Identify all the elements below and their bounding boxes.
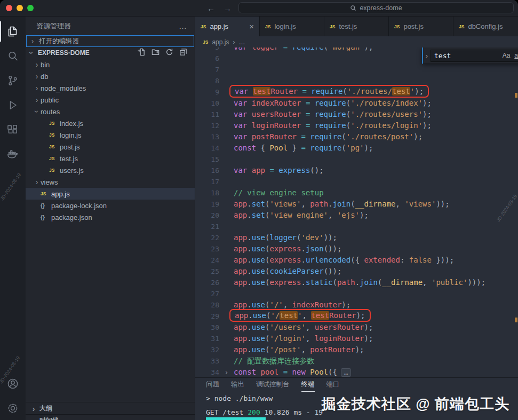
- timeline-section-header[interactable]: › 时间线: [26, 414, 195, 420]
- code-token: …: [341, 368, 351, 377]
- code-token: =: [301, 132, 305, 141]
- close-tab-icon[interactable]: ×: [249, 22, 254, 31]
- source-control-icon[interactable]: [0, 68, 26, 93]
- collapse-folders-icon[interactable]: [179, 48, 187, 58]
- tree-item-public[interactable]: ›public: [26, 94, 195, 106]
- line-content: app.use(express.json());: [234, 243, 341, 255]
- toggle-replace-chevron-icon[interactable]: ›: [423, 47, 431, 64]
- tree-item-users.js[interactable]: JSusers.js: [26, 164, 195, 176]
- line-content: // 配置数据库连接参数: [234, 355, 314, 367]
- tree-item-bin[interactable]: ›bin: [26, 59, 195, 70]
- code-token: .: [301, 244, 305, 253]
- breadcrumb-more[interactable]: …: [238, 38, 245, 46]
- whole-word-toggle[interactable]: ab: [512, 52, 518, 59]
- minimize-window-button[interactable]: [17, 5, 23, 11]
- code-token: // view engine setup: [234, 188, 324, 197]
- code-area[interactable]: 5var logger = require('morgan');6789var …: [195, 47, 518, 377]
- tab-test.js[interactable]: JStest.js: [324, 17, 389, 36]
- fold-gutter: [219, 322, 234, 333]
- tree-item-label: post.js: [60, 143, 80, 151]
- fold-gutter: [219, 47, 234, 53]
- code-line: 24app.use(express.urlencoded({ extended:…: [195, 255, 518, 266]
- new-folder-icon[interactable]: [152, 48, 160, 58]
- tab-dbConfig.js[interactable]: JSdbConfig.js: [453, 17, 518, 36]
- code-token: ,: [283, 300, 292, 309]
- tree-item-label: login.js: [60, 131, 81, 139]
- command-center-search[interactable]: express-dome: [238, 2, 514, 13]
- tree-item-package.json[interactable]: {}package.json: [26, 211, 195, 223]
- breadcrumb[interactable]: JS app.js › …: [195, 36, 518, 47]
- run-debug-icon[interactable]: [0, 93, 26, 117]
- line-content: app.use('/post', postRouter);: [234, 344, 364, 355]
- panel-tab-终端[interactable]: 终端: [301, 378, 315, 392]
- tab-app.js[interactable]: JSapp.js×: [195, 17, 260, 36]
- tree-item-views[interactable]: ›views: [26, 176, 195, 188]
- code-token: .: [247, 267, 251, 275]
- fold-gutter: [219, 187, 234, 199]
- tree-item-login.js[interactable]: JSlogin.js: [26, 129, 195, 141]
- fold-chevron-icon[interactable]: ›: [219, 367, 234, 377]
- find-query[interactable]: test: [434, 52, 500, 60]
- search-match: test: [280, 311, 298, 320]
- tree-item-db[interactable]: ›db: [26, 70, 195, 82]
- tree-item-node_modules[interactable]: ›node_modules: [26, 82, 195, 94]
- code-token: ,: [396, 200, 405, 208]
- code-token: 'views': [269, 200, 301, 208]
- views-more-icon[interactable]: …: [179, 21, 187, 30]
- code-token: ,: [301, 345, 310, 354]
- history-back-icon[interactable]: ←: [207, 4, 215, 13]
- tree-item-index.js[interactable]: JSindex.js: [26, 117, 195, 129]
- fold-gutter: [219, 199, 234, 210]
- tree-item-post.js[interactable]: JSpost.js: [26, 141, 195, 153]
- search-icon[interactable]: [0, 44, 26, 68]
- open-editors-label: 打开的编辑器: [39, 37, 79, 46]
- code-editor[interactable]: 5var logger = require('morgan');6789var …: [195, 47, 518, 377]
- code-token: require: [310, 144, 341, 152]
- code-token: );: [364, 47, 373, 51]
- code-token: loginRouter: [315, 334, 364, 343]
- find-input[interactable]: test Aa ab: [431, 50, 518, 62]
- code-token: require: [315, 121, 346, 130]
- panel-tab-问题[interactable]: 问题: [206, 378, 219, 392]
- history-forward-icon[interactable]: →: [224, 4, 232, 13]
- code-token: app: [234, 256, 247, 264]
- zoom-window-button[interactable]: [27, 5, 34, 11]
- extensions-icon[interactable]: [0, 117, 26, 142]
- outline-section-header[interactable]: › 大纲: [26, 402, 195, 415]
- code-token: [301, 99, 305, 107]
- code-token: logger: [252, 47, 279, 51]
- tab-post.js[interactable]: JSpost.js: [389, 17, 453, 36]
- code-token: app: [235, 311, 248, 320]
- account-icon[interactable]: [0, 371, 26, 396]
- settings-icon[interactable]: [0, 396, 26, 420]
- code-token: express: [269, 256, 301, 264]
- annotation-red-box: app.use('/test', testRouter);: [229, 309, 371, 322]
- docker-icon[interactable]: [0, 142, 26, 167]
- new-file-icon[interactable]: [138, 48, 146, 58]
- open-editors-section-header[interactable]: › 打开的编辑器: [26, 35, 194, 47]
- tab-login.js[interactable]: JSlogin.js: [260, 17, 324, 36]
- tree-item-app.js[interactable]: JSapp.js: [26, 188, 195, 200]
- code-token: (: [341, 132, 346, 141]
- project-section-header[interactable]: › EXPRESS-DOME: [26, 47, 195, 59]
- code-token: var: [234, 47, 252, 51]
- explorer-icon[interactable]: [0, 19, 26, 44]
- breadcrumb-file[interactable]: app.js: [212, 38, 229, 46]
- fold-gutter: [219, 176, 234, 187]
- panel-tab-输出[interactable]: 输出: [231, 378, 244, 392]
- code-token: );: [364, 334, 373, 343]
- tree-item-package-lock.json[interactable]: {}package-lock.json: [26, 200, 195, 211]
- tree-item-routes[interactable]: ›routes: [26, 106, 195, 117]
- panel-tab-调试控制台[interactable]: 调试控制台: [256, 378, 290, 392]
- tree-item-test.js[interactable]: JStest.js: [26, 153, 195, 164]
- code-token: )));: [467, 278, 485, 287]
- terminal-selection-highlight: [206, 417, 266, 420]
- code-token: [301, 110, 305, 118]
- line-content: var usersRouter = require('./routes/user…: [234, 109, 432, 120]
- panel-tab-端口[interactable]: 端口: [326, 378, 340, 392]
- refresh-explorer-icon[interactable]: [165, 48, 173, 58]
- line-number: 25: [195, 266, 219, 277]
- match-case-toggle[interactable]: Aa: [500, 52, 512, 59]
- close-window-button[interactable]: [6, 5, 12, 11]
- fold-gutter: [219, 142, 234, 154]
